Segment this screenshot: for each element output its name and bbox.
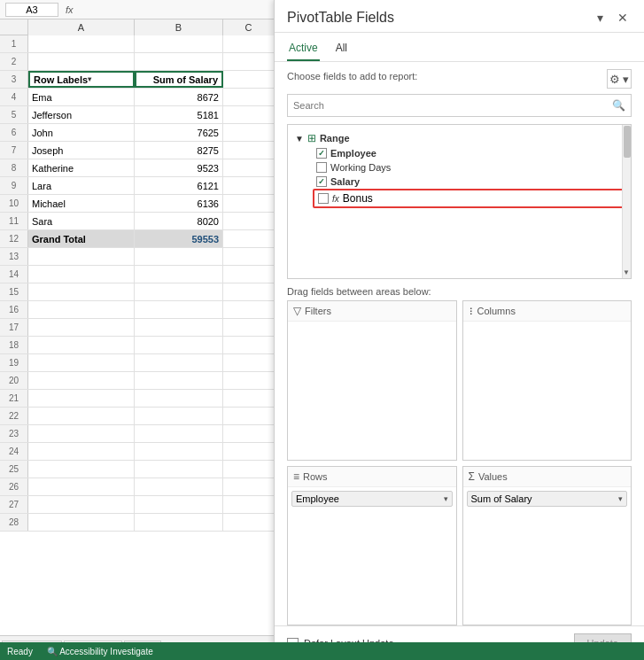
cell-name[interactable]: Lara bbox=[28, 177, 135, 194]
cell-value[interactable]: 6136 bbox=[135, 195, 223, 212]
cell-name[interactable]: Michael bbox=[28, 195, 135, 212]
table-row: 4 Ema 8672 bbox=[0, 89, 275, 106]
area-filters-header: ▽ Filters bbox=[288, 301, 456, 322]
cell-value[interactable]: 8672 bbox=[135, 89, 223, 105]
field-item-bonus: fx Bonus bbox=[313, 189, 627, 208]
table-row: 21 bbox=[0, 390, 275, 408]
formula-bar: fx bbox=[0, 0, 275, 19]
cell-value[interactable]: 6121 bbox=[135, 177, 223, 194]
search-box: 🔍 bbox=[287, 94, 632, 117]
cell[interactable] bbox=[223, 142, 275, 159]
cell-name[interactable]: Jefferson bbox=[28, 106, 135, 123]
checkbox-working-days[interactable] bbox=[316, 162, 327, 173]
pivot-header-controls: ▾ ✕ bbox=[594, 9, 632, 27]
rows-icon: ≡ bbox=[293, 470, 299, 483]
cell-grand-total-label[interactable]: Grand Total bbox=[28, 230, 135, 247]
row-num: 9 bbox=[0, 177, 28, 194]
cell-name[interactable]: Sara bbox=[28, 213, 135, 229]
pivot-close-button[interactable]: ✕ bbox=[614, 9, 632, 27]
table-row: 16 bbox=[0, 301, 275, 319]
cell[interactable] bbox=[135, 53, 223, 70]
cell[interactable] bbox=[223, 71, 275, 88]
filters-body[interactable] bbox=[288, 322, 456, 460]
rows-body[interactable]: Employee ▾ bbox=[288, 487, 456, 625]
scroll-down-button[interactable]: ▼ bbox=[622, 266, 631, 278]
cell[interactable] bbox=[223, 35, 275, 52]
grid-body: 1 2 3 Row Labels ▾ Sum of Salary 4 Ema 8 bbox=[0, 35, 275, 532]
cell[interactable] bbox=[223, 213, 275, 229]
values-chip-sum-salary[interactable]: Sum of Salary ▾ bbox=[467, 491, 628, 507]
columns-label: Columns bbox=[477, 306, 516, 316]
table-row: 5 Jefferson 5181 bbox=[0, 106, 275, 124]
table-row: 3 Row Labels ▾ Sum of Salary bbox=[0, 71, 275, 89]
pivot-row-labels-header[interactable]: Row Labels ▾ bbox=[28, 71, 135, 88]
cell[interactable] bbox=[223, 124, 275, 141]
col-header-c[interactable]: C bbox=[223, 19, 275, 35]
cell[interactable] bbox=[223, 53, 275, 70]
table-row: 7 Joseph 8275 bbox=[0, 142, 275, 159]
table-row: 2 bbox=[0, 53, 275, 71]
cell[interactable] bbox=[223, 89, 275, 105]
cell-name[interactable]: John bbox=[28, 124, 135, 141]
bonus-label: Bonus bbox=[343, 192, 373, 205]
cell-value[interactable]: 5181 bbox=[135, 106, 223, 123]
pivot-title: PivotTable Fields bbox=[287, 10, 394, 26]
cell[interactable] bbox=[28, 53, 135, 70]
table-row: 23 bbox=[0, 425, 275, 443]
table-row: 10 Michael 6136 bbox=[0, 195, 275, 213]
scrollbar-track[interactable]: ▼ bbox=[622, 125, 631, 278]
col-header-b[interactable]: B bbox=[135, 19, 223, 35]
scrollbar-thumb[interactable] bbox=[624, 126, 631, 158]
checkbox-bonus[interactable] bbox=[318, 193, 329, 204]
cell[interactable] bbox=[223, 159, 275, 176]
pivot-sum-header[interactable]: Sum of Salary bbox=[135, 71, 223, 88]
table-row: 14 bbox=[0, 266, 275, 283]
search-icon: 🔍 bbox=[612, 99, 625, 112]
table-row: 25 bbox=[0, 461, 275, 478]
cell-name[interactable]: Joseph bbox=[28, 142, 135, 159]
cell-value[interactable]: 7625 bbox=[135, 124, 223, 141]
row-num-header bbox=[0, 19, 28, 35]
row-num: 3 bbox=[0, 71, 28, 88]
cell-name[interactable]: Katherine bbox=[28, 159, 135, 176]
tab-active[interactable]: Active bbox=[287, 38, 320, 61]
rows-chip-employee[interactable]: Employee ▾ bbox=[291, 491, 453, 507]
field-item-working-days: Working Days bbox=[313, 160, 627, 175]
field-item-salary: ✓ Salary bbox=[313, 175, 627, 189]
values-body[interactable]: Sum of Salary ▾ bbox=[463, 487, 632, 625]
search-input[interactable] bbox=[293, 100, 612, 111]
name-box[interactable] bbox=[5, 3, 58, 17]
area-columns-header: ⫶ Columns bbox=[463, 301, 632, 322]
cell-value[interactable]: 8020 bbox=[135, 213, 223, 229]
cell[interactable] bbox=[28, 35, 135, 52]
table-row: 9 Lara 6121 bbox=[0, 177, 275, 195]
cell-value[interactable]: 8275 bbox=[135, 142, 223, 159]
table-row: 28 bbox=[0, 514, 275, 532]
col-header-a[interactable]: A bbox=[28, 19, 135, 35]
cell[interactable] bbox=[223, 177, 275, 194]
cell[interactable] bbox=[223, 195, 275, 212]
dropdown-arrow-icon[interactable]: ▾ bbox=[88, 75, 91, 83]
cell[interactable] bbox=[223, 106, 275, 123]
values-chip-dropdown-icon[interactable]: ▾ bbox=[618, 494, 623, 503]
cell-value[interactable]: 9523 bbox=[135, 159, 223, 176]
rows-chip-dropdown-icon[interactable]: ▾ bbox=[444, 494, 448, 503]
checkbox-employee[interactable]: ✓ bbox=[316, 148, 327, 159]
cell[interactable] bbox=[135, 35, 223, 52]
spreadsheet: fx A B C 1 2 3 Row Labels ▾ bbox=[0, 0, 275, 660]
columns-body[interactable] bbox=[463, 322, 632, 460]
gear-button[interactable]: ⚙ ▾ bbox=[607, 69, 632, 89]
collapse-icon[interactable]: ▼ bbox=[295, 134, 304, 144]
pivot-content: Choose fields to add to report: ⚙ ▾ 🔍 ▼ … bbox=[275, 62, 644, 625]
tab-all[interactable]: All bbox=[334, 38, 349, 61]
values-icon: Σ bbox=[469, 470, 475, 483]
checkbox-salary[interactable]: ✓ bbox=[316, 176, 327, 187]
row-num: 1 bbox=[0, 35, 28, 52]
pivot-dropdown-button[interactable]: ▾ bbox=[594, 9, 607, 27]
cell-grand-total-value[interactable]: 59553 bbox=[135, 230, 223, 247]
cell[interactable] bbox=[223, 230, 275, 247]
row-num: 8 bbox=[0, 159, 28, 176]
columns-icon: ⫶ bbox=[469, 305, 474, 317]
cell-name[interactable]: Ema bbox=[28, 89, 135, 105]
table-row: 12 Grand Total 59553 bbox=[0, 230, 275, 248]
